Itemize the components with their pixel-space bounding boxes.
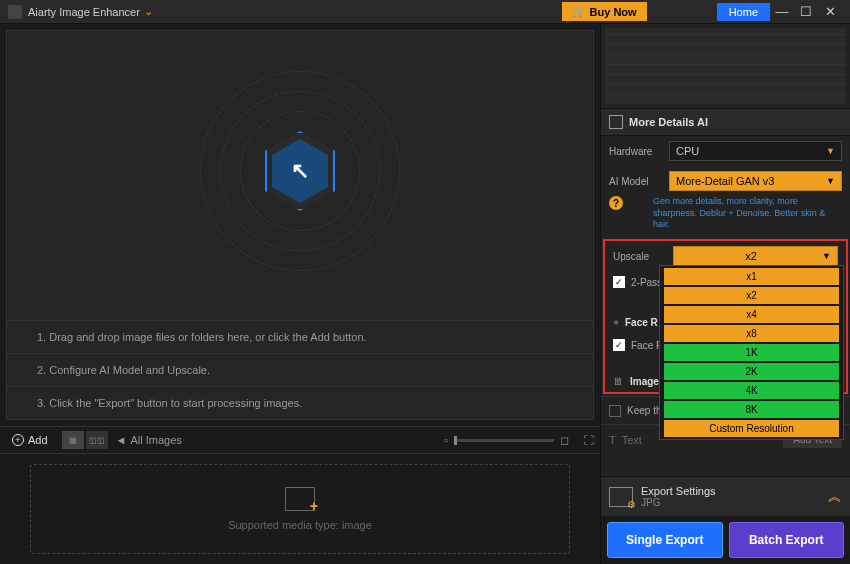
upscale-option-2k[interactable]: 2K <box>664 363 839 380</box>
title-chevron-icon[interactable]: ⌄ <box>144 5 153 18</box>
upscale-option-1k[interactable]: 1K <box>664 344 839 361</box>
export-settings-icon[interactable] <box>609 487 633 507</box>
text-icon: T <box>609 434 616 446</box>
upscale-option-8k[interactable]: 8K <box>664 401 839 418</box>
all-images-button[interactable]: ◄All Images <box>116 434 182 446</box>
drop-canvas[interactable]: ↖ 1. Drag and drop image files or folder… <box>6 30 594 420</box>
maximize-button[interactable]: ☐ <box>794 4 818 19</box>
expand-chevron-icon[interactable]: ︽ <box>828 488 842 506</box>
hardware-label: Hardware <box>609 146 663 157</box>
home-button[interactable]: Home <box>717 3 770 21</box>
buy-now-button[interactable]: 🛒Buy Now <box>562 2 647 21</box>
image-section-label: Image <box>630 376 659 387</box>
cart-icon: 🛒 <box>572 5 586 18</box>
upscale-option-x4[interactable]: x4 <box>664 306 839 323</box>
instruction-step: 2. Configure AI Model and Upscale. <box>7 354 593 387</box>
chevron-down-icon: ▼ <box>826 146 835 156</box>
panel-title: More Details AI <box>629 116 708 128</box>
grid-view-icon[interactable]: ▦ <box>62 431 84 449</box>
images-stack-icon <box>285 487 315 511</box>
chevron-down-icon: ▼ <box>822 251 831 261</box>
chevron-down-icon: ▼ <box>826 176 835 186</box>
upscale-option-x8[interactable]: x8 <box>664 325 839 342</box>
face-restore-checkbox[interactable]: ✓ <box>613 339 625 351</box>
upscale-option-4k[interactable]: 4K <box>664 382 839 399</box>
twopass-checkbox[interactable]: ✓ <box>613 276 625 288</box>
single-export-button[interactable]: Single Export <box>607 522 723 558</box>
zoom-slider[interactable] <box>454 439 554 442</box>
close-button[interactable]: ✕ <box>818 4 842 19</box>
twopass-label: 2-Pass <box>631 277 662 288</box>
arrow-icon: ↖ <box>291 158 309 184</box>
details-icon <box>609 115 623 129</box>
app-title: Aiarty Image Enhancer <box>28 6 140 18</box>
export-settings-title: Export Settings <box>641 485 820 497</box>
model-label: AI Model <box>609 176 663 187</box>
add-button[interactable]: +Add <box>6 431 54 449</box>
text-section-label: Text <box>622 434 642 446</box>
minimize-button[interactable]: — <box>770 4 794 19</box>
upscale-option-x2[interactable]: x2 <box>664 287 839 304</box>
keep-prompt-checkbox[interactable] <box>609 405 621 417</box>
upscale-label: Upscale <box>613 251 667 262</box>
batch-export-button[interactable]: Batch Export <box>729 522 845 558</box>
face-icon: ⌖ <box>613 316 619 329</box>
preview-grid <box>605 28 846 104</box>
fullscreen-icon[interactable]: ⛶ <box>583 434 594 446</box>
upscale-select[interactable]: x2▼ <box>673 246 838 266</box>
face-r-label: Face R <box>625 317 658 328</box>
image-section-icon: 🗎 <box>613 375 624 387</box>
media-dropzone[interactable]: Supported media type: image <box>30 464 570 554</box>
upscale-option-x1[interactable]: x1 <box>664 268 839 285</box>
image-large-icon: ◻ <box>560 434 569 447</box>
help-icon[interactable]: ? <box>609 196 623 210</box>
app-logo <box>8 5 22 19</box>
export-format-label: JPG <box>641 497 820 508</box>
image-small-icon: ▫ <box>444 434 448 446</box>
model-description: Gen more details, more clarity, more sha… <box>623 196 850 237</box>
back-arrow-icon: ◄ <box>116 434 127 446</box>
highlighted-region: Upscale x2▼ x1 x2 x4 x8 1K 2K 4K 8K Cust… <box>603 239 848 394</box>
supported-media-label: Supported media type: image <box>228 519 372 531</box>
instruction-step: 3. Click the "Export" button to start pr… <box>7 387 593 419</box>
compare-view-icon[interactable]: ◫◫ <box>86 431 108 449</box>
upscale-dropdown: x1 x2 x4 x8 1K 2K 4K 8K Custom Resolutio… <box>659 265 844 440</box>
instruction-step: 1. Drag and drop image files or folders … <box>7 321 593 354</box>
model-select[interactable]: More-Detail GAN v3▼ <box>669 171 842 191</box>
hardware-select[interactable]: CPU▼ <box>669 141 842 161</box>
upscale-option-custom[interactable]: Custom Resolution <box>664 420 839 437</box>
